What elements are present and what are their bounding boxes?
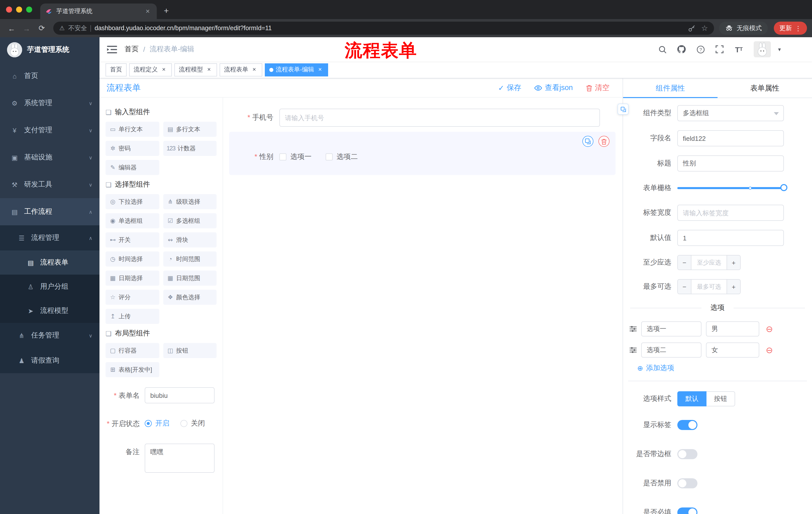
checkbox-option[interactable]: 选项一 xyxy=(279,153,312,161)
palette-item-radio-group[interactable]: ◉ 单选框组 xyxy=(106,213,159,228)
sidebar-item-system-management[interactable]: ⚙ 系统管理 ∨ xyxy=(0,89,99,117)
option-value-input[interactable] xyxy=(706,343,759,358)
design-canvas[interactable]: 手机号 xyxy=(223,98,622,514)
tag-process-model[interactable]: 流程模型 × xyxy=(174,63,217,76)
radio-option[interactable]: 开启 xyxy=(145,419,169,428)
option-style-button[interactable]: 按钮 xyxy=(706,391,735,406)
palette-item-color-picker[interactable]: ❖ 颜色选择 xyxy=(163,290,216,305)
view-json-button[interactable]: 查看json xyxy=(534,83,573,92)
sidebar-item-leave-query[interactable]: ♟ 请假查询 xyxy=(0,348,99,373)
phone-field[interactable]: 手机号 xyxy=(229,109,615,127)
switch-required[interactable] xyxy=(677,508,697,514)
palette-item-editor[interactable]: ✎ 编辑器 xyxy=(106,160,159,175)
slider-handle[interactable] xyxy=(780,184,787,191)
palette-item-switch[interactable]: ⊷ 开关 xyxy=(106,232,159,247)
increase-button[interactable]: + xyxy=(727,255,740,270)
option-value-input[interactable] xyxy=(706,321,759,336)
help-icon[interactable]: ? xyxy=(695,43,707,55)
palette-item-multi-line-text[interactable]: ▤ 多行文本 xyxy=(163,122,216,137)
palette-item-counter[interactable]: 123 计数器 xyxy=(163,141,216,156)
sidebar-item-home[interactable]: ⌂ 首页 xyxy=(0,62,99,89)
password-key-icon[interactable] xyxy=(688,24,695,32)
sidebar-item-process-form[interactable]: ▤ 流程表单 xyxy=(0,250,99,275)
palette-item-table[interactable]: ⊞ 表格[开发中] xyxy=(106,362,159,377)
switch-show-label[interactable] xyxy=(677,420,697,430)
form-remark-textarea[interactable]: 嘿嘿 xyxy=(145,443,214,473)
remove-option-icon[interactable]: ⊖ xyxy=(766,325,773,333)
bookmark-star-icon[interactable]: ☆ xyxy=(701,24,708,33)
palette-item-single-line-text[interactable]: ▭ 单行文本 xyxy=(106,122,159,137)
back-button[interactable]: ← xyxy=(5,24,18,32)
title-input[interactable] xyxy=(677,155,784,171)
drag-handle-icon[interactable] xyxy=(630,326,637,332)
palette-item-time-range[interactable]: ◔ 时间范围 xyxy=(163,251,216,267)
browser-tab[interactable]: 芋道管理系统 × xyxy=(40,3,157,19)
avatar[interactable] xyxy=(754,41,771,57)
switch-border[interactable] xyxy=(677,449,697,459)
delete-field-button[interactable] xyxy=(599,136,609,147)
palette-item-row-container[interactable]: ▢ 行容器 xyxy=(106,343,159,358)
min-select-value[interactable]: 至少应选 xyxy=(691,255,727,270)
reload-button[interactable]: ⟳ xyxy=(35,24,48,33)
tag-close-icon[interactable]: × xyxy=(317,66,324,73)
phone-input[interactable] xyxy=(279,109,600,127)
sidebar-item-process-model[interactable]: ➤ 流程模型 xyxy=(0,299,99,323)
clear-button[interactable]: 清空 xyxy=(586,83,609,92)
switch-disabled[interactable] xyxy=(677,478,697,488)
checkbox-option[interactable]: 选项二 xyxy=(326,153,358,161)
tag-process-form-edit[interactable]: 流程表单-编辑 × xyxy=(265,63,328,76)
option-style-default[interactable]: 默认 xyxy=(677,391,706,406)
tag-process-definition[interactable]: 流程定义 × xyxy=(129,63,172,76)
max-select-value[interactable]: 最多可选 xyxy=(691,280,727,294)
sidebar-collapse-button[interactable] xyxy=(99,37,125,61)
palette-item-upload[interactable]: ↥ 上传 xyxy=(106,309,159,324)
tag-close-icon[interactable]: × xyxy=(160,66,167,73)
sidebar-item-process-management[interactable]: ☰ 流程管理 ∧ xyxy=(0,225,99,250)
component-type-select[interactable] xyxy=(677,105,784,121)
palette-item-slider[interactable]: ↭ 滑块 xyxy=(163,232,216,247)
font-size-icon[interactable]: TT xyxy=(733,43,745,55)
sidebar-item-workflow[interactable]: ▤ 工作流程 ∧ xyxy=(0,198,99,225)
palette-item-rate[interactable]: ☆ 评分 xyxy=(106,290,159,305)
decrease-button[interactable]: − xyxy=(678,255,691,270)
browser-menu-icon[interactable]: ⋮ xyxy=(795,24,802,32)
sidebar-item-payment-management[interactable]: ¥ 支付管理 ∨ xyxy=(0,117,99,144)
palette-item-date-picker[interactable]: ▦ 日期选择 xyxy=(106,271,159,286)
address-bar[interactable]: ⚠ 不安全 dashboard.yudao.iocoder.cn/bpm/man… xyxy=(53,22,714,35)
tag-close-icon[interactable]: × xyxy=(251,66,258,73)
tag-home[interactable]: 首页 xyxy=(106,63,127,76)
sidebar-item-task-management[interactable]: ⋔ 任务管理 ∨ xyxy=(0,323,99,348)
close-window-button[interactable] xyxy=(6,6,12,12)
palette-item-button[interactable]: ◫ 按钮 xyxy=(163,343,216,358)
option-text-input[interactable] xyxy=(641,343,701,358)
palette-item-cascader[interactable]: ⋔ 级联选择 xyxy=(163,194,216,209)
tab-close-icon[interactable]: × xyxy=(144,7,152,15)
field-link-icon[interactable] xyxy=(617,104,629,115)
forward-button[interactable]: → xyxy=(20,24,33,32)
avatar-caret-icon[interactable]: ▾ xyxy=(778,46,781,53)
grid-slider[interactable] xyxy=(677,187,784,189)
breadcrumb-home-link[interactable]: 首页 xyxy=(125,45,139,54)
sidebar-item-infrastructure[interactable]: ▣ 基础设施 ∨ xyxy=(0,144,99,171)
add-option-button[interactable]: ⊕ 添加选项 xyxy=(623,363,812,373)
remove-option-icon[interactable]: ⊖ xyxy=(766,346,773,354)
palette-item-date-range[interactable]: ▦ 日期范围 xyxy=(163,271,216,286)
gender-field-selected[interactable]: 性别 选项一 选项二 xyxy=(229,132,615,175)
option-text-input[interactable] xyxy=(641,321,701,336)
palette-item-time-picker[interactable]: ◷ 时间选择 xyxy=(106,251,159,267)
palette-item-checkbox-group[interactable]: ☑ 多选框组 xyxy=(163,213,216,228)
palette-item-password[interactable]: ✲ 密码 xyxy=(106,141,159,156)
tag-close-icon[interactable]: × xyxy=(205,66,212,73)
search-icon[interactable] xyxy=(657,43,669,55)
save-button[interactable]: ✓ 保存 xyxy=(498,83,521,92)
tab-form-props[interactable]: 表单属性 xyxy=(718,78,812,98)
copy-field-button[interactable] xyxy=(582,136,593,147)
tab-component-props[interactable]: 组件属性 xyxy=(623,78,718,98)
github-icon[interactable] xyxy=(675,43,688,55)
sidebar-item-user-group[interactable]: ♙ 用户分组 xyxy=(0,275,99,299)
form-name-input[interactable] xyxy=(145,387,214,403)
increase-button[interactable]: + xyxy=(727,280,740,294)
tag-process-form[interactable]: 流程表单 × xyxy=(220,63,262,76)
fullscreen-icon[interactable] xyxy=(714,43,726,55)
max-select-stepper[interactable]: − 最多可选 + xyxy=(677,279,741,294)
